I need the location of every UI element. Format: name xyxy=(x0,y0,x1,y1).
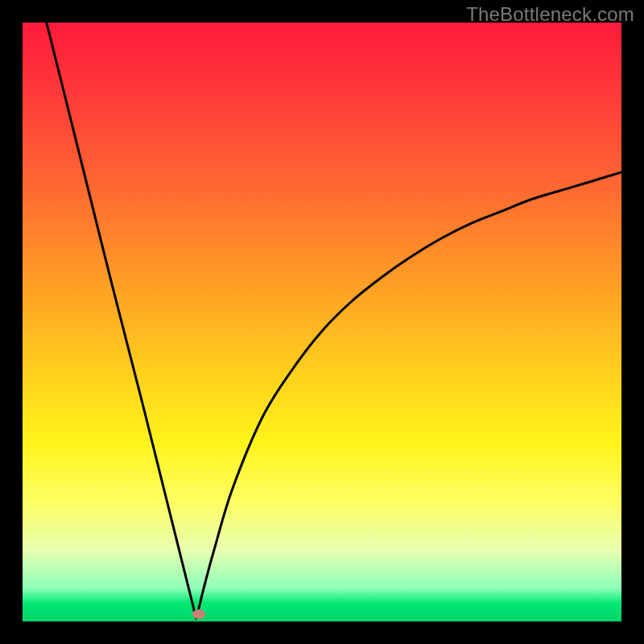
chart-frame: TheBottleneck.com xyxy=(0,0,644,644)
minimum-marker xyxy=(192,609,205,619)
watermark-text: TheBottleneck.com xyxy=(466,3,634,26)
plot-area xyxy=(23,23,621,621)
bottleneck-curve xyxy=(23,23,621,621)
